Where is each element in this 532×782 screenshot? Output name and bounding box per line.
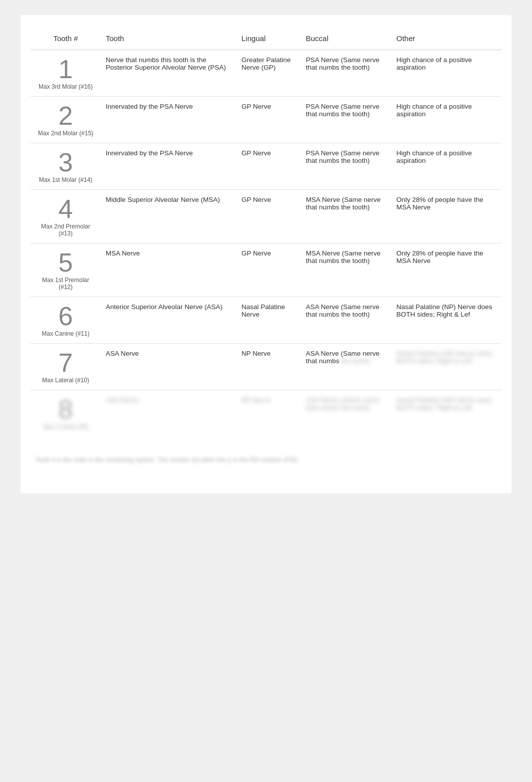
buccal-cell: ASA Nerve (Same nerve that numbs the too… [301, 344, 392, 390]
lingual-cell: Greater Palatine Nerve (GP) [236, 50, 301, 97]
buccal-cell: ASA Nerve (Same nerve that numbs the too… [301, 297, 392, 344]
tooth-desc-cell: ASA Nerve [101, 344, 236, 390]
tooth-desc-cell: Innervated by the PSA Nerve [101, 143, 236, 190]
footnote: Tooth # is the order in the numbering sy… [31, 456, 501, 463]
dental-table: Tooth # Tooth Lingual Buccal Other 1Max … [31, 30, 501, 436]
lingual-cell: Nasal Palatine Nerve [236, 297, 301, 344]
page-container: Tooth # Tooth Lingual Buccal Other 1Max … [21, 15, 511, 493]
tooth-number-cell: 8Max Central (#9) [31, 390, 101, 437]
table-row: 3Max 1st Molar (#14)Innervated by the PS… [31, 143, 501, 190]
other-cell: Nasal Palatine (NP) Nerve does BOTH side… [391, 344, 501, 390]
lingual-cell: GP Nerve [236, 143, 301, 190]
other-cell: Nasal Palatine (NP) Nerve does BOTH side… [391, 297, 501, 344]
table-row: 2Max 2nd Molar (#15)Innervated by the PS… [31, 97, 501, 143]
buccal-cell: MSA Nerve (Same nerve that numbs the too… [301, 243, 392, 297]
tooth-desc-cell: ASA Nerve [101, 390, 236, 437]
buccal-cell: PSA Nerve (Same nerve that numbs the too… [301, 97, 392, 143]
lingual-cell: NP Nerve [236, 390, 301, 437]
other-cell: High chance of a positive aspiration [391, 50, 501, 97]
table-row: 1Max 3rd Molar (#16)Nerve that numbs thi… [31, 50, 501, 97]
col-header-buccal: Buccal [301, 30, 392, 50]
col-header-other: Other [391, 30, 501, 50]
other-cell: Only 28% of people have the MSA Nerve [391, 190, 501, 243]
table-row: 4Max 2nd Premolar (#13)Middle Superior A… [31, 190, 501, 243]
tooth-number-cell: 7Max Lateral (#10) [31, 344, 101, 390]
other-cell: High chance of a positive aspiration [391, 143, 501, 190]
other-cell: High chance of a positive aspiration [391, 97, 501, 143]
buccal-cell: MSA Nerve (Same nerve that numbs the too… [301, 190, 392, 243]
buccal-cell: PSA Nerve (Same nerve that numbs the too… [301, 143, 392, 190]
col-header-lingual: Lingual [236, 30, 301, 50]
tooth-desc-cell: Nerve that numbs this tooth is the Poste… [101, 50, 236, 97]
table-row: 8Max Central (#9)ASA NerveNP NerveASA Ne… [31, 390, 501, 437]
table-row: 7Max Lateral (#10)ASA NerveNP NerveASA N… [31, 344, 501, 390]
tooth-number-cell: 2Max 2nd Molar (#15) [31, 97, 101, 143]
buccal-cell: ASA Nerve (Same nerve that numbs the too… [301, 390, 392, 437]
buccal-cell: PSA Nerve (Same nerve that numbs the too… [301, 50, 392, 97]
table-row: 5Max 1st Premolar (#12)MSA NerveGP Nerve… [31, 243, 501, 297]
lingual-cell: GP Nerve [236, 243, 301, 297]
col-header-tooth-num: Tooth # [31, 30, 101, 50]
table-row: 6Max Canine (#11)Anterior Superior Alveo… [31, 297, 501, 344]
lingual-cell: GP Nerve [236, 190, 301, 243]
lingual-cell: GP Nerve [236, 97, 301, 143]
tooth-number-cell: 5Max 1st Premolar (#12) [31, 243, 101, 297]
other-cell: Only 28% of people have the MSA Nerve [391, 243, 501, 297]
tooth-number-cell: 3Max 1st Molar (#14) [31, 143, 101, 190]
tooth-desc-cell: Anterior Superior Alveolar Nerve (ASA) [101, 297, 236, 344]
lingual-cell: NP Nerve [236, 344, 301, 390]
col-header-tooth: Tooth [101, 30, 236, 50]
tooth-desc-cell: Middle Superior Alveolar Nerve (MSA) [101, 190, 236, 243]
tooth-number-cell: 6Max Canine (#11) [31, 297, 101, 344]
tooth-number-cell: 1Max 3rd Molar (#16) [31, 50, 101, 97]
tooth-desc-cell: MSA Nerve [101, 243, 236, 297]
tooth-number-cell: 4Max 2nd Premolar (#13) [31, 190, 101, 243]
tooth-desc-cell: Innervated by the PSA Nerve [101, 97, 236, 143]
other-cell: Nasal Palatine (NP) Nerve does BOTH side… [391, 390, 501, 437]
